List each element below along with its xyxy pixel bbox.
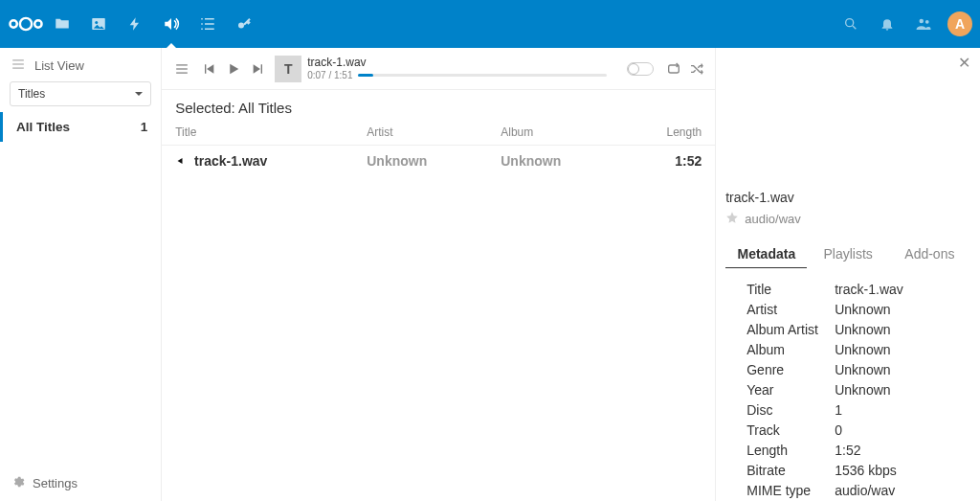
album-art: T (275, 56, 301, 82)
sidebar-item-all-titles[interactable]: All Titles 1 (0, 112, 161, 142)
metadata-row: Track0 (746, 420, 965, 440)
svg-rect-7 (201, 29, 203, 31)
col-header-length[interactable]: Length (654, 125, 702, 139)
metadata-key: Bitrate (746, 463, 835, 478)
sidebar-title-label: List View (34, 58, 84, 73)
table-header: Title Artist Album Length (162, 122, 715, 146)
svg-point-4 (95, 21, 98, 24)
tab-playlists[interactable]: Playlists (807, 240, 888, 268)
metadata-key: Genre (746, 362, 835, 377)
activity-icon[interactable] (117, 0, 153, 48)
svg-rect-15 (12, 59, 24, 60)
sidebar: List View Titles All Titles 1 Settings (0, 48, 162, 501)
search-icon[interactable] (833, 0, 869, 48)
player-bar: T track-1.wav 0:07 / 1:51 (162, 48, 715, 90)
tab-metadata[interactable]: Metadata (725, 240, 807, 268)
details-file-name: track-1.wav (725, 190, 970, 205)
star-icon[interactable] (725, 211, 739, 227)
repeat-icon[interactable] (663, 58, 684, 80)
top-bar: A (0, 0, 980, 48)
metadata-value: 0 (835, 422, 842, 438)
photos-icon[interactable] (80, 0, 117, 48)
table-row[interactable]: track-1.wav Unknown Unknown 1:52 (162, 146, 715, 176)
col-header-album[interactable]: Album (501, 125, 654, 139)
metadata-row: Disc1 (746, 399, 965, 420)
row-length: 1:52 (654, 153, 702, 169)
metadata-row: Album ArtistUnknown (746, 319, 965, 339)
tab-addons[interactable]: Add-ons (889, 240, 970, 268)
files-icon[interactable] (44, 0, 80, 48)
metadata-row: MIME typeaudio/wav (746, 480, 965, 500)
details-mime: audio/wav (725, 211, 970, 227)
metadata-value: audio/wav (835, 483, 895, 498)
avatar[interactable]: A (947, 11, 972, 36)
details-tabs: Metadata Playlists Add-ons (725, 240, 970, 269)
metadata-key: Track (746, 422, 835, 438)
metadata-value: 1 (835, 402, 842, 418)
metadata-row: AlbumUnknown (746, 339, 965, 359)
app-logo[interactable] (8, 0, 44, 48)
play-icon[interactable] (223, 58, 244, 80)
audio-icon[interactable] (153, 0, 189, 48)
metadata-key: Album Artist (746, 322, 835, 337)
svg-point-14 (925, 20, 929, 24)
settings-button[interactable]: Settings (0, 466, 161, 501)
contacts-icon[interactable] (905, 0, 942, 48)
metadata-row: Length1:52 (746, 440, 965, 460)
svg-rect-17 (12, 68, 24, 69)
row-artist: Unknown (367, 153, 501, 169)
metadata-row: GenreUnknown (746, 359, 965, 379)
svg-point-1 (20, 18, 32, 30)
svg-rect-9 (205, 23, 214, 25)
metadata-row: ArtistUnknown (746, 299, 965, 319)
chevron-down-icon (135, 92, 143, 100)
filter-select[interactable]: Titles (10, 81, 151, 106)
metadata-row: Bitrate1536 kbps (746, 460, 965, 480)
notifications-icon[interactable] (869, 0, 905, 48)
sidebar-title: List View (0, 48, 161, 81)
tasks-icon[interactable] (189, 0, 226, 48)
passwords-icon[interactable] (226, 0, 262, 48)
track-time: 0:07 / 1:51 (307, 70, 607, 80)
svg-rect-5 (201, 18, 203, 20)
metadata-row: Titletrack-1.wav (746, 279, 965, 299)
menu-icon[interactable] (11, 57, 25, 74)
metadata-key: MIME type (746, 483, 835, 498)
row-album: Unknown (501, 153, 654, 169)
metadata-key: Year (746, 382, 835, 398)
metadata-row: YearUnknown (746, 379, 965, 399)
metadata-value: Unknown (835, 322, 890, 337)
settings-label: Settings (33, 476, 78, 490)
now-playing-icon (175, 156, 185, 166)
metadata-list: Titletrack-1.wavArtistUnknownAlbum Artis… (725, 279, 970, 501)
svg-rect-6 (201, 23, 203, 25)
col-header-artist[interactable]: Artist (367, 125, 501, 139)
repeat-toggle[interactable] (627, 62, 654, 76)
player-menu-icon[interactable] (171, 58, 192, 80)
prev-track-icon[interactable] (198, 58, 219, 80)
metadata-value: 1:52 (835, 443, 860, 458)
svg-rect-16 (12, 63, 24, 64)
metadata-value: 1536 kbps (835, 463, 897, 478)
row-title: track-1.wav (175, 153, 367, 169)
details-panel: ✕ track-1.wav audio/wav Metadata Playlis… (716, 48, 980, 501)
shuffle-icon[interactable] (686, 58, 707, 80)
metadata-value: track-1.wav (835, 282, 903, 297)
selection-heading: Selected: All Titles (162, 90, 715, 122)
metadata-key: Disc (746, 402, 835, 418)
next-track-icon[interactable] (248, 58, 269, 80)
metadata-key: Length (746, 443, 835, 458)
track-info: track-1.wav 0:07 / 1:51 (307, 57, 607, 80)
metadata-key: Artist (746, 302, 835, 317)
track-name: track-1.wav (307, 57, 607, 69)
progress-bar[interactable] (358, 74, 607, 77)
sidebar-item-label: All Titles (16, 120, 70, 134)
svg-rect-20 (176, 72, 188, 73)
close-icon[interactable]: ✕ (958, 54, 970, 72)
svg-point-11 (238, 23, 244, 29)
col-header-title[interactable]: Title (175, 125, 367, 139)
metadata-value: Unknown (835, 362, 890, 377)
filter-select-label: Titles (18, 87, 45, 101)
metadata-value: Unknown (835, 382, 890, 398)
gear-icon (11, 475, 25, 491)
